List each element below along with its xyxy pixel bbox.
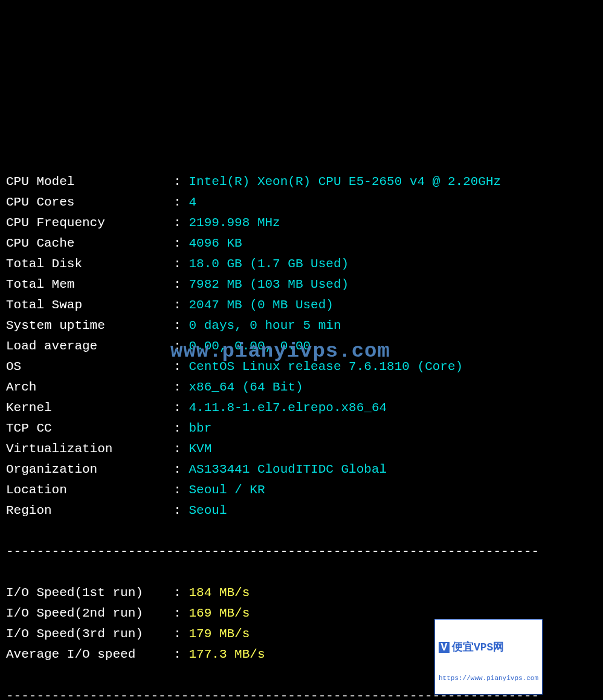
watermark: www.pianyivps.com	[170, 335, 390, 368]
colon: :	[158, 319, 189, 332]
sysinfo-value: x86_64 (64 Bit)	[189, 380, 303, 394]
sysinfo-value: KVM	[189, 442, 211, 456]
sysinfo-label: CPU Frequency	[6, 216, 158, 230]
sysinfo-label: Organization	[6, 462, 158, 476]
iospeed-label: I/O Speed(2nd run)	[6, 606, 158, 620]
colon: :	[158, 627, 189, 641]
sysinfo-value: 4	[189, 195, 196, 209]
sysinfo-value: 7982 MB (103 MB Used)	[189, 277, 349, 291]
sysinfo-label: Virtualization	[6, 442, 158, 456]
iospeed-value: 177.3 MB/s	[189, 647, 265, 661]
sysinfo-row: Virtualization : KVM	[6, 439, 597, 459]
sysinfo-value: 4.11.8-1.el7.elrepo.x86_64	[189, 401, 387, 415]
sysinfo-label: Arch	[6, 380, 158, 394]
sysinfo-row: CPU Model : Intel(R) Xeon(R) CPU E5-2650…	[6, 172, 597, 192]
sysinfo-row: Total Disk : 18.0 GB (1.7 GB Used)	[6, 254, 597, 274]
colon: :	[158, 195, 189, 209]
sysinfo-row: CPU Cores : 4	[6, 192, 597, 213]
sysinfo-label: Total Mem	[6, 277, 158, 291]
iospeed-value: 179 MB/s	[189, 627, 250, 641]
iospeed-label: I/O Speed(1st run)	[6, 586, 158, 600]
sysinfo-row: Region : Seoul	[6, 501, 597, 521]
sysinfo-value: 18.0 GB (1.7 GB Used)	[189, 257, 349, 271]
iospeed-row: I/O Speed(1st run) : 184 MB/s	[6, 583, 597, 603]
sysinfo-row: CPU Frequency : 2199.998 MHz	[6, 213, 597, 233]
sysinfo-label: CPU Cache	[6, 236, 158, 250]
colon: :	[158, 421, 189, 435]
sysinfo-value: Seoul / KR	[189, 483, 265, 497]
badge-icon: V	[439, 642, 450, 653]
colon: :	[158, 647, 189, 661]
sysinfo-row: Arch : x86_64 (64 Bit)	[6, 377, 597, 398]
sysinfo-label: Location	[6, 483, 158, 497]
sysinfo-value: 4096 KB	[189, 236, 242, 250]
colon: :	[158, 257, 189, 271]
badge-url: https://www.pianyivps.com	[439, 675, 538, 682]
sysinfo-label: CPU Model	[6, 175, 158, 189]
sysinfo-row: Total Mem : 7982 MB (103 MB Used)	[6, 274, 597, 295]
sysinfo-label: OS	[6, 360, 158, 374]
sysinfo-label: TCP CC	[6, 421, 158, 435]
sysinfo-label: Load average	[6, 339, 158, 353]
sysinfo-label: Kernel	[6, 401, 158, 415]
sysinfo-label: System uptime	[6, 319, 158, 332]
badge: V便宜VPS网 https://www.pianyivps.com	[434, 619, 543, 695]
sysinfo-row: Total Swap : 2047 MB (0 MB Used)	[6, 295, 597, 316]
iospeed-value: 184 MB/s	[189, 586, 250, 600]
sysinfo-value: bbr	[189, 421, 211, 435]
iospeed-value: 169 MB/s	[189, 606, 250, 620]
sysinfo-row: Kernel : 4.11.8-1.el7.elrepo.x86_64	[6, 398, 597, 418]
colon: :	[158, 504, 189, 517]
colon: :	[158, 236, 189, 250]
sysinfo-row: System uptime : 0 days, 0 hour 5 min	[6, 316, 597, 336]
sysinfo-row: Location : Seoul / KR	[6, 480, 597, 501]
sysinfo-label: CPU Cores	[6, 195, 158, 209]
sysinfo-value: 2199.998 MHz	[189, 216, 280, 230]
colon: :	[158, 298, 189, 312]
colon: :	[158, 175, 189, 189]
colon: :	[158, 483, 189, 497]
colon: :	[158, 462, 189, 476]
colon: :	[158, 442, 189, 456]
sysinfo-label: Total Swap	[6, 298, 158, 312]
iospeed-label: Average I/O speed	[6, 647, 158, 661]
sysinfo-row: TCP CC : bbr	[6, 418, 597, 439]
colon: :	[158, 277, 189, 291]
sysinfo-row: Organization : AS133441 CloudITIDC Globa…	[6, 459, 597, 480]
colon: :	[158, 586, 189, 600]
colon: :	[158, 216, 189, 230]
sysinfo-value: Intel(R) Xeon(R) CPU E5-2650 v4 @ 2.20GH…	[189, 175, 501, 189]
badge-text: 便宜VPS网	[452, 641, 504, 653]
colon: :	[158, 380, 189, 394]
sysinfo-label: Region	[6, 504, 158, 517]
sysinfo-value: AS133441 CloudITIDC Global	[189, 462, 387, 476]
divider: ----------------------------------------…	[6, 542, 597, 562]
colon: :	[158, 401, 189, 415]
sysinfo-value: 2047 MB (0 MB Used)	[189, 298, 333, 312]
colon: :	[158, 606, 189, 620]
sysinfo-row: CPU Cache : 4096 KB	[6, 233, 597, 254]
sysinfo-label: Total Disk	[6, 257, 158, 271]
sysinfo-value: 0 days, 0 hour 5 min	[189, 319, 341, 332]
sysinfo-value: Seoul	[189, 504, 227, 517]
iospeed-label: I/O Speed(3rd run)	[6, 627, 158, 641]
